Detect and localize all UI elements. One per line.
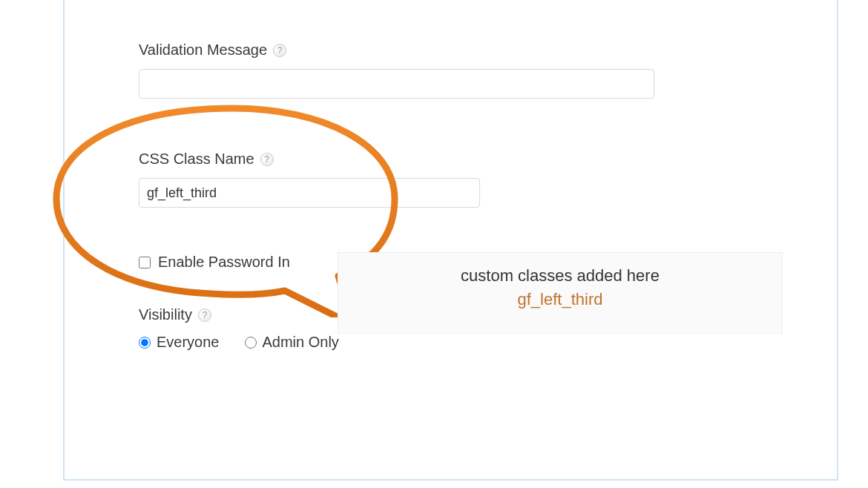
field-settings-panel: Validation Message CSS Class Name Enable… <box>63 0 838 481</box>
visibility-option-admin[interactable]: Admin Only <box>245 334 339 351</box>
enable-password-label: Enable Password In <box>158 254 290 271</box>
css-class-input[interactable] <box>139 178 480 208</box>
visibility-radio-everyone[interactable] <box>139 337 151 349</box>
visibility-label-everyone: Everyone <box>157 334 220 351</box>
validation-message-input[interactable] <box>139 69 654 99</box>
help-icon[interactable] <box>198 309 211 322</box>
label-line: CSS Class Name <box>139 151 807 168</box>
visibility-label: Visibility <box>139 306 192 323</box>
visibility-radio-admin[interactable] <box>245 337 257 349</box>
help-icon[interactable] <box>260 153 274 166</box>
label-line: Validation Message <box>139 42 807 59</box>
label-line: Visibility <box>139 306 807 323</box>
enable-password-row: Enable Password In <box>139 254 807 271</box>
validation-message-label: Validation Message <box>139 42 267 59</box>
help-icon[interactable] <box>273 44 286 57</box>
visibility-radio-group: Everyone Admin Only <box>139 334 807 351</box>
visibility-option-everyone[interactable]: Everyone <box>139 334 220 351</box>
css-class-label: CSS Class Name <box>139 151 254 168</box>
visibility-label-admin: Admin Only <box>263 334 339 351</box>
validation-message-row: Validation Message <box>139 42 807 99</box>
visibility-row: Visibility Everyone Admin Only <box>139 306 807 351</box>
css-class-row: CSS Class Name <box>139 151 807 208</box>
enable-password-checkbox[interactable] <box>139 257 151 268</box>
